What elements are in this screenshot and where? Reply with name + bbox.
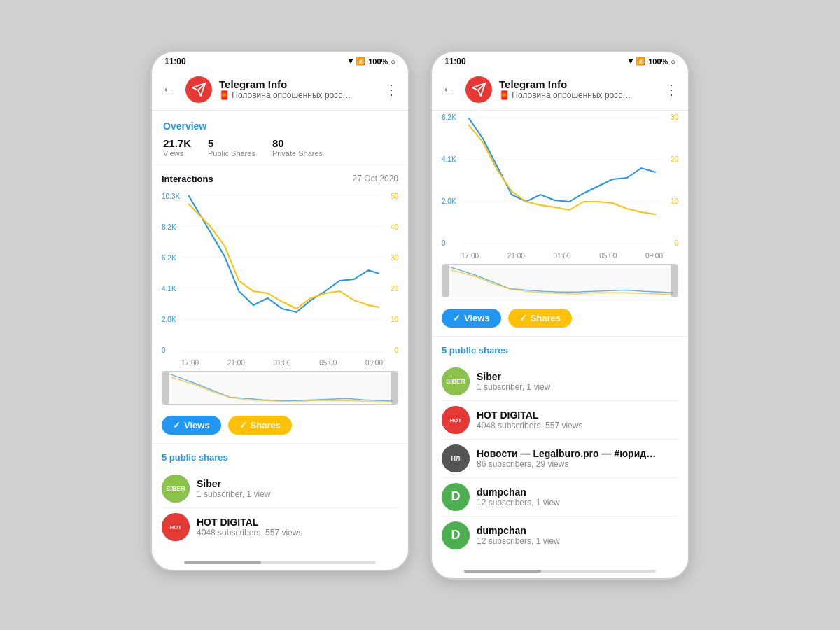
battery-icon-2: ○ xyxy=(671,57,676,66)
share-meta-hotdigital-2: 4048 subscribers, 557 views xyxy=(477,421,582,430)
share-item-siber-2[interactable]: SIBER Siber 1 subscriber, 1 view xyxy=(442,363,678,401)
signal-icon-2: 📶 xyxy=(636,57,645,66)
more-button-2[interactable]: ⋮ xyxy=(664,81,678,98)
share-name-siber-2: Siber xyxy=(477,371,550,382)
views-label-2: Views xyxy=(464,313,490,323)
wifi-icon: ▾ xyxy=(349,57,353,66)
share-item-siber-1[interactable]: SIBER Siber 1 subscriber, 1 view xyxy=(162,470,398,508)
chart-header-1: Interactions 27 Oct 2020 xyxy=(162,174,398,184)
y-axis-left-1: 10.3K 8.2K 6.2K 4.1K 2.0K 0 xyxy=(162,190,181,358)
share-meta-novosti-2: 86 subscribers, 29 views xyxy=(477,459,656,469)
app-title-2: Telegram Info xyxy=(499,78,657,90)
mini-handle-right-2[interactable] xyxy=(671,265,678,297)
stat-private-shares: 80 Private Shares xyxy=(272,137,323,158)
mini-handle-left-1[interactable] xyxy=(162,372,169,404)
svg-text:НЛ: НЛ xyxy=(451,454,461,461)
shares-button-1[interactable]: ✓ Shares xyxy=(228,416,292,435)
views-checkmark-1: ✓ xyxy=(173,420,181,430)
battery-label-2: 100% xyxy=(648,57,668,66)
x-label-0: 17:00 xyxy=(181,359,199,367)
wifi-icon-2: ▾ xyxy=(629,57,633,66)
y-right-3: 20 xyxy=(391,285,398,293)
telegram-logo-2 xyxy=(465,76,492,103)
more-button-1[interactable]: ⋮ xyxy=(384,81,398,98)
share-meta-siber-1: 1 subscriber, 1 view xyxy=(197,489,270,499)
mini-chart-svg-1 xyxy=(162,372,398,404)
time-1: 11:00 xyxy=(164,57,186,66)
x2-label-3: 05:00 xyxy=(599,252,617,260)
share-item-dumpchan1-2[interactable]: D dumpchan 12 subscribers, 1 view xyxy=(442,478,678,517)
share-name-dumpchan2-2: dumpchan xyxy=(477,525,560,536)
stat-public-label: Public Shares xyxy=(208,149,255,158)
chart-section-2: 6.2K 4.1K 2.0K 0 xyxy=(432,111,688,337)
stat-private-label: Private Shares xyxy=(272,149,323,158)
app-bar-1: ← Telegram Info 🧧 Половина опрошенных ро… xyxy=(152,69,408,111)
app-bar-title-1: Telegram Info 🧧 Половина опрошенных росс… xyxy=(219,78,377,100)
mini-handle-left-2[interactable] xyxy=(442,265,449,297)
x-axis-2: 17:00 21:00 01:00 05:00 09:00 xyxy=(442,251,678,260)
signal-icon: 📶 xyxy=(356,57,365,66)
shares-button-2[interactable]: ✓ Shares xyxy=(508,309,572,328)
y-left-4: 2.0K xyxy=(162,316,181,323)
stat-views: 21.7K Views xyxy=(163,137,191,158)
y2-left-3: 0 xyxy=(442,239,461,247)
mini-chart-1[interactable] xyxy=(162,371,398,405)
public-shares-title-1: 5 public shares xyxy=(162,452,398,463)
share-meta-siber-2: 1 subscriber, 1 view xyxy=(477,382,550,392)
chart-svg-area-2 xyxy=(461,111,663,251)
y-left-5: 0 xyxy=(162,346,181,354)
mini-chart-2[interactable] xyxy=(442,264,678,298)
time-2: 11:00 xyxy=(444,57,466,66)
views-button-2[interactable]: ✓ Views xyxy=(442,309,501,328)
overview-title: Overview xyxy=(163,120,397,132)
views-button-1[interactable]: ✓ Views xyxy=(162,416,221,435)
back-button-1[interactable]: ← xyxy=(162,81,176,97)
share-name-dumpchan1-2: dumpchan xyxy=(477,486,560,498)
shares-checkmark-1: ✓ xyxy=(239,420,247,430)
status-bar-2: 11:00 ▾ 📶 100% ○ xyxy=(432,52,688,69)
chart-section-1: Interactions 27 Oct 2020 10.3K 8.2K 6.2K… xyxy=(152,165,408,444)
y-left-3: 4.1K xyxy=(162,285,181,293)
scrollbar-area-1 xyxy=(152,554,408,570)
share-item-hotdigital-1[interactable]: HOT HOT DIGITAL 4048 subscribers, 557 vi… xyxy=(162,508,398,546)
x-label-1: 21:00 xyxy=(227,359,245,367)
views-label-1: Views xyxy=(184,420,210,430)
avatar-dumpchan2-2: D xyxy=(442,522,470,550)
public-shares-title-2: 5 public shares xyxy=(442,345,678,356)
y-right-0: 50 xyxy=(391,192,398,200)
share-item-novosti-2[interactable]: НЛ Новости — Legalburo.pro — #юрид… 86 s… xyxy=(442,440,678,478)
x2-label-0: 17:00 xyxy=(461,252,479,260)
avatar-hotdigital-1: HOT xyxy=(162,513,190,541)
share-info-dumpchan1-2: dumpchan 12 subscribers, 1 view xyxy=(477,486,560,507)
x-label-3: 05:00 xyxy=(319,359,337,367)
y-left-2: 6.2K xyxy=(162,254,181,262)
scrollbar-area-2 xyxy=(432,563,688,578)
share-info-siber-2: Siber 1 subscriber, 1 view xyxy=(477,371,550,392)
phone-1: 11:00 ▾ 📶 100% ○ ← Telegram Info 🧧 Полов… xyxy=(150,51,410,571)
scrollbar-1 xyxy=(184,561,376,564)
y2-right-2: 10 xyxy=(671,197,678,205)
back-button-2[interactable]: ← xyxy=(442,81,456,97)
y-axis-right-2: 30 20 10 0 xyxy=(663,111,678,251)
mini-handle-right-1[interactable] xyxy=(391,372,398,404)
share-item-hotdigital-2[interactable]: HOT HOT DIGITAL 4048 subscribers, 557 vi… xyxy=(442,401,678,440)
views-checkmark-2: ✓ xyxy=(453,313,461,323)
avatar-siber-2: SIBER xyxy=(442,368,470,396)
chart-buttons-1: ✓ Views ✓ Shares xyxy=(162,409,398,443)
svg-text:HOT: HOT xyxy=(170,524,182,530)
y-axis-right-1: 50 40 30 20 10 0 xyxy=(383,190,398,358)
content-1: Overview 21.7K Views 5 Public Shares 80 … xyxy=(152,111,408,570)
y2-right-3: 0 xyxy=(674,239,678,247)
status-bar-1: 11:00 ▾ 📶 100% ○ xyxy=(152,52,408,69)
content-2: 6.2K 4.1K 2.0K 0 xyxy=(432,111,688,578)
svg-text:SIBER: SIBER xyxy=(446,377,465,384)
x-label-4: 09:00 xyxy=(365,359,383,367)
share-item-dumpchan2-2[interactable]: D dumpchan 12 subscribers, 1 view xyxy=(442,517,678,554)
share-name-hotdigital-1: HOT DIGITAL xyxy=(197,517,302,528)
public-shares-2: 5 public shares SIBER Siber 1 subscriber… xyxy=(432,337,688,563)
avatar-dumpchan1-2: D xyxy=(442,483,470,511)
y-axis-left-2: 6.2K 4.1K 2.0K 0 xyxy=(442,111,461,251)
y-left-1: 8.2K xyxy=(162,223,181,231)
x2-label-4: 09:00 xyxy=(645,252,663,260)
battery-icon: ○ xyxy=(391,57,396,66)
